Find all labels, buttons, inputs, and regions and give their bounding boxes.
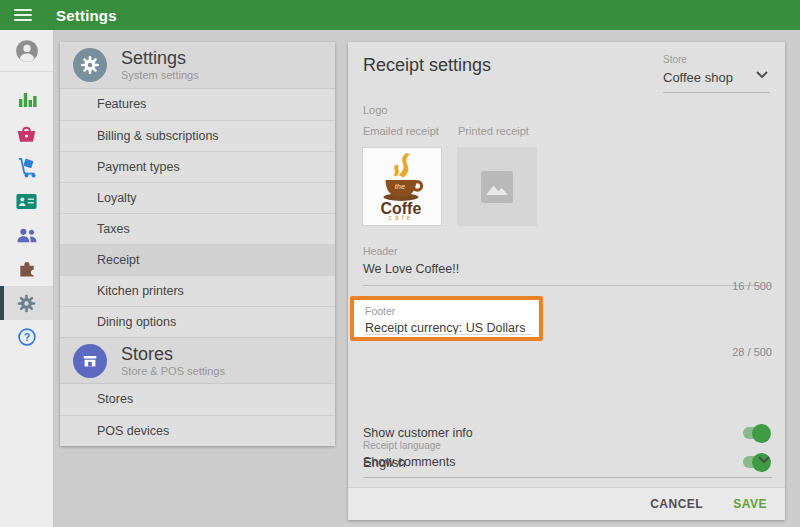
settings-menu-panel: Settings System settings Features Billin…	[60, 42, 335, 446]
logo-the-text: the	[395, 182, 405, 191]
menu-item-pos-devices[interactable]: POS devices	[60, 415, 335, 446]
show-customer-info-label: Show customer info	[363, 426, 473, 440]
menu-item-receipt[interactable]: Receipt	[60, 244, 335, 275]
receipt-language-select[interactable]: Receipt language English	[363, 440, 772, 478]
gear-badge-icon	[73, 48, 107, 82]
menu-item-kitchen-printers[interactable]: Kitchen printers	[60, 275, 335, 306]
chevron-down-icon	[758, 450, 770, 468]
menu-item-payment-types[interactable]: Payment types	[60, 151, 335, 182]
header-field-value: We Love Coffee!!	[363, 262, 772, 276]
emailed-receipt-logo[interactable]: the Coffe cafe	[362, 147, 442, 226]
menu-item-stores[interactable]: Stores	[60, 384, 335, 415]
bar-chart-icon[interactable]	[0, 82, 53, 116]
settings-section-title: Settings	[121, 49, 199, 68]
svg-text:?: ?	[23, 332, 29, 343]
profile-icon[interactable]	[0, 30, 53, 72]
menu-item-dining-options[interactable]: Dining options	[60, 306, 335, 337]
settings-section-subtitle: System settings	[121, 69, 199, 81]
receipt-language-value: English	[363, 455, 772, 470]
footer-field-highlight[interactable]: Footer Receipt currency: US Dollars	[350, 296, 543, 341]
nav-rail: ?	[0, 30, 54, 527]
id-card-icon[interactable]	[0, 184, 53, 218]
nav-rail-items: ?	[0, 82, 53, 354]
help-icon[interactable]: ?	[0, 320, 53, 354]
receipt-settings-title: Receipt settings	[363, 55, 491, 76]
footer-char-counter: 28 / 500	[732, 346, 772, 358]
logo-cafe-text: cafe	[389, 214, 414, 221]
save-button[interactable]: SAVE	[733, 497, 767, 511]
image-placeholder-icon	[480, 170, 514, 204]
emailed-receipt-label: Emailed receipt	[363, 125, 439, 137]
printed-receipt-placeholder[interactable]	[457, 147, 537, 226]
store-select-label: Store	[663, 54, 770, 65]
hand-truck-icon[interactable]	[0, 150, 53, 184]
settings-section-header: Settings System settings	[60, 42, 335, 89]
store-select[interactable]: Store Coffee shop	[663, 54, 770, 93]
menu-item-loyalty[interactable]: Loyalty	[60, 182, 335, 213]
logo-label: Logo	[363, 104, 387, 116]
receipt-settings-panel: Receipt settings Store Coffee shop Logo …	[348, 42, 785, 520]
cancel-button[interactable]: CANCEL	[650, 497, 703, 511]
chevron-down-icon	[756, 65, 768, 83]
receipt-language-label: Receipt language	[363, 440, 772, 451]
printed-receipt-label: Printed receipt	[458, 125, 529, 137]
action-bar: CANCEL SAVE	[348, 487, 785, 520]
menu-item-features[interactable]: Features	[60, 89, 335, 120]
hamburger-menu-icon[interactable]	[14, 9, 32, 22]
header-char-counter: 16 / 500	[732, 280, 772, 292]
footer-field-value: Receipt currency: US Dollars	[365, 321, 539, 335]
footer-field-label: Footer	[365, 305, 539, 317]
stores-section-title: Stores	[121, 345, 225, 364]
header-field[interactable]: Header We Love Coffee!!	[363, 245, 772, 286]
gear-icon[interactable]	[0, 286, 53, 320]
menu-item-billing[interactable]: Billing & subscriptions	[60, 120, 335, 151]
top-bar: Settings	[0, 0, 800, 30]
puzzle-icon[interactable]	[0, 252, 53, 286]
header-field-label: Header	[363, 245, 772, 257]
menu-item-taxes[interactable]: Taxes	[60, 213, 335, 244]
store-select-value: Coffee shop	[663, 70, 770, 85]
page-title: Settings	[56, 7, 117, 24]
stores-section-header: Stores Store & POS settings	[60, 337, 335, 384]
shopping-basket-icon[interactable]	[0, 116, 53, 150]
show-customer-info-toggle[interactable]	[743, 427, 769, 439]
store-badge-icon	[73, 344, 107, 378]
people-icon[interactable]	[0, 218, 53, 252]
stores-section-subtitle: Store & POS settings	[121, 365, 225, 377]
